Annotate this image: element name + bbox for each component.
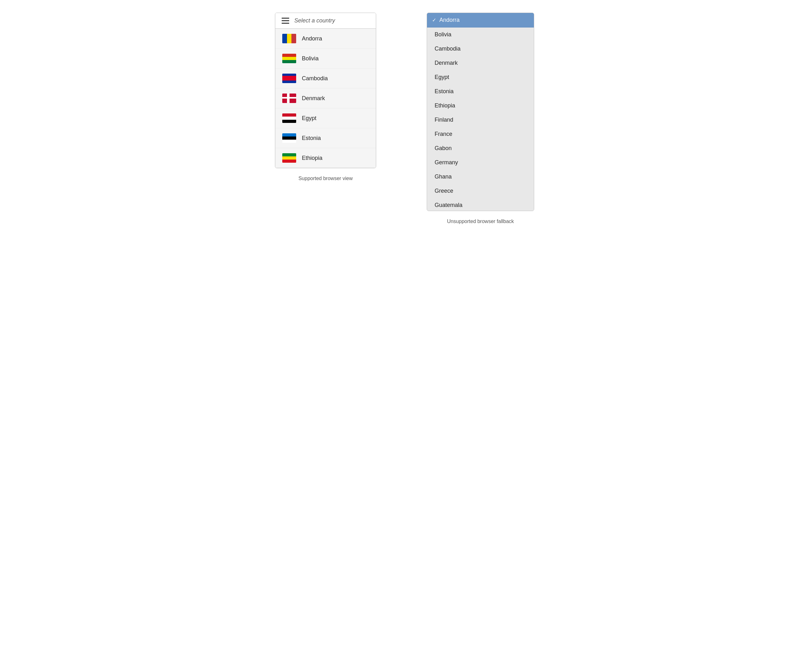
hamburger-line-3 (282, 23, 289, 24)
selected-country-label: Andorra (439, 17, 459, 23)
native-option[interactable]: Germany (427, 155, 534, 170)
list-item[interactable]: Cambodia (275, 69, 376, 89)
left-panel-label: Supported browser view (298, 176, 353, 181)
custom-select-header[interactable]: Select a country (275, 13, 376, 29)
list-item[interactable]: Denmark (275, 89, 376, 109)
flag-andorra (282, 34, 296, 43)
native-option[interactable]: Estonia (427, 84, 534, 99)
hamburger-line-2 (282, 20, 289, 21)
list-item[interactable]: Egypt (275, 109, 376, 128)
right-panel-label: Unsupported browser fallback (447, 219, 514, 224)
page-container: Select a country Andorra Bolivia Cambodi… (261, 13, 545, 224)
left-panel: Select a country Andorra Bolivia Cambodi… (261, 13, 390, 181)
country-name: Andorra (302, 35, 322, 42)
custom-select[interactable]: Select a country Andorra Bolivia Cambodi… (275, 13, 376, 168)
flag-denmark (282, 94, 296, 103)
country-name: Egypt (302, 115, 316, 122)
native-option[interactable]: Greece (427, 184, 534, 198)
native-option[interactable]: Finland (427, 113, 534, 127)
native-options-list[interactable]: Bolivia Cambodia Denmark Egypt Estonia E… (427, 28, 534, 211)
native-option[interactable]: Cambodia (427, 42, 534, 56)
hamburger-icon[interactable] (282, 18, 289, 24)
native-select-selected-option[interactable]: ✓ Andorra (427, 13, 534, 28)
native-option[interactable]: Egypt (427, 70, 534, 84)
hamburger-line-1 (282, 18, 289, 19)
country-name: Ethiopia (302, 155, 322, 161)
select-placeholder: Select a country (294, 17, 335, 24)
country-name: Estonia (302, 135, 321, 142)
flag-estonia (282, 133, 296, 143)
native-option[interactable]: Guatemala (427, 198, 534, 211)
country-name: Cambodia (302, 75, 328, 82)
flag-ethiopia (282, 153, 296, 163)
right-panel: ✓ Andorra Bolivia Cambodia Denmark Egypt… (416, 13, 545, 224)
flag-bolivia (282, 54, 296, 63)
native-option[interactable]: Ghana (427, 170, 534, 184)
country-name: Bolivia (302, 55, 319, 62)
list-item[interactable]: Ethiopia (275, 148, 376, 168)
native-option[interactable]: Denmark (427, 56, 534, 70)
country-name: Denmark (302, 95, 325, 102)
list-item[interactable]: Estonia (275, 128, 376, 148)
native-option[interactable]: Bolivia (427, 28, 534, 42)
native-select[interactable]: ✓ Andorra Bolivia Cambodia Denmark Egypt… (427, 13, 534, 211)
flag-egypt (282, 114, 296, 123)
list-item[interactable]: Andorra (275, 29, 376, 49)
native-option[interactable]: France (427, 127, 534, 141)
native-option[interactable]: Ethiopia (427, 99, 534, 113)
flag-cambodia (282, 74, 296, 83)
list-item[interactable]: Bolivia (275, 49, 376, 69)
checkmark-icon: ✓ (432, 17, 436, 23)
custom-select-list[interactable]: Andorra Bolivia Cambodia Denmark (275, 29, 376, 168)
native-option[interactable]: Gabon (427, 141, 534, 155)
